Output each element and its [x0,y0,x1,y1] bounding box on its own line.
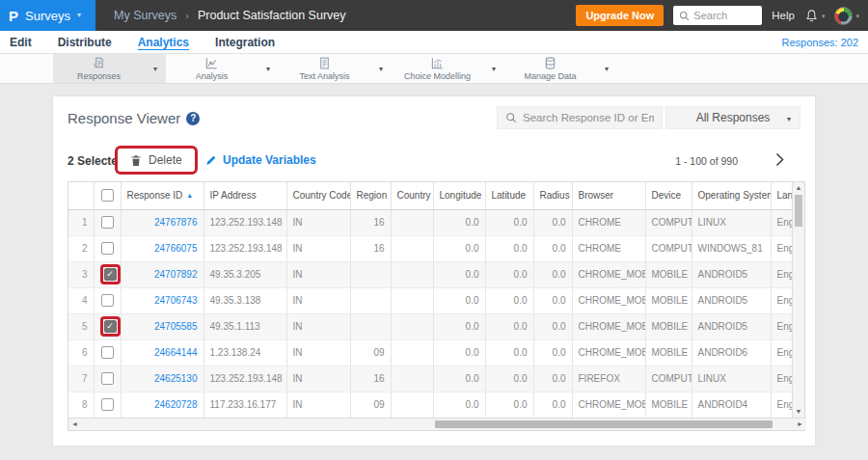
column-header-radius[interactable]: Radius [533,182,572,209]
notifications-menu[interactable]: ▾ [804,9,826,23]
cell-device: COMPUTER [645,209,692,235]
product-switcher[interactable]: P Surveys ▾ [0,0,95,31]
row-checkbox-checked[interactable]: ✓ [104,268,117,281]
row-checkbox[interactable] [101,216,114,229]
table-row: 5✓2470558549.35.1.113IN0.00.00.0CHROME_M… [68,313,794,339]
response-viewer-panel: Response Viewer ? All Responses ▾ 2 Sele… [53,96,815,446]
row-checkbox[interactable] [101,346,114,359]
cell-region [350,313,391,339]
help-icon[interactable]: ? [186,112,200,125]
next-page-button[interactable] [775,152,784,171]
tab-responses[interactable]: Responses▾ [53,54,166,83]
caret-down-icon[interactable]: ▾ [266,65,270,73]
cell-response_id[interactable]: 24620728 [121,392,203,418]
response-search-input[interactable] [523,112,654,123]
row-checkbox[interactable] [101,372,114,385]
column-header-checkbox [94,182,121,209]
scroll-left-icon[interactable]: ◄ [71,419,78,430]
cell-response_id[interactable]: 24766075 [121,235,203,261]
menu-distribute[interactable]: Distribute [58,35,112,49]
cell-ip_address: 49.35.3.138 [203,287,286,313]
row-checkbox[interactable] [101,294,114,307]
row-checkbox[interactable] [101,242,114,255]
cell-browser: CHROME_MOBILE [572,339,645,365]
cell-browser: CHROME [572,235,645,261]
table-row: 6246641441.23.138.24IN090.00.00.0CHROME_… [68,339,794,365]
scroll-down-icon[interactable]: ▼ [793,407,804,417]
cell-device: MOBILE [645,261,692,287]
row-number: 8 [68,392,94,418]
responses-count[interactable]: Responses: 202 [782,37,859,48]
cell-region: 09 [350,339,391,365]
menu-edit[interactable]: Edit [10,35,32,49]
cell-browser: CHROME_MOBILE [572,313,645,339]
horizontal-scrollbar[interactable]: ◄ ► [68,418,806,430]
vertical-scrollbar[interactable]: ▲ ▼ [792,182,804,418]
column-header-country[interactable]: Country [391,182,433,209]
cell-latitude: 0.0 [485,392,533,418]
sort-asc-icon[interactable]: ▲ [186,192,193,199]
tab-analysis[interactable]: Analysis▾ [166,54,279,83]
row-checkbox-checked[interactable]: ✓ [104,320,117,333]
cell-region: 16 [350,235,391,261]
response-search-box[interactable] [497,106,663,129]
caret-down-icon[interactable]: ▾ [153,65,157,73]
column-header-country_code[interactable]: Country Code [286,182,350,209]
column-header-region[interactable]: Region [350,182,391,209]
response-filter-dropdown[interactable]: All Responses ▾ [665,106,800,129]
cell-response_id[interactable]: 24707892 [121,261,203,287]
scroll-up-icon[interactable]: ▲ [793,183,804,193]
cell-language: Eng [771,365,794,392]
scroll-right-icon[interactable]: ► [797,419,803,430]
column-header-ip_address[interactable]: IP Address [203,182,286,209]
checkbox-wrap [101,346,114,359]
global-search-input[interactable] [693,10,753,21]
row-checkbox-cell [94,339,121,365]
cell-response_id[interactable]: 24705585 [121,313,203,339]
cell-response_id[interactable]: 24664144 [121,339,203,365]
column-header-operating_system[interactable]: Operating System [692,182,771,209]
breadcrumb-my-surveys[interactable]: My Surveys [114,9,176,22]
column-header-latitude[interactable]: Latitude [485,182,533,209]
cell-response_id[interactable]: 24706743 [121,287,203,313]
responses-icon [92,57,106,70]
caret-down-icon[interactable]: ▾ [605,65,609,73]
cell-country [391,339,433,365]
cell-response_id[interactable]: 24767876 [121,209,203,235]
column-header-browser[interactable]: Browser [572,182,645,209]
caret-down-icon: ▾ [787,115,791,123]
update-variables-button[interactable]: Update Variables [205,153,316,167]
cell-longitude: 0.0 [433,261,485,287]
menu-integration[interactable]: Integration [215,35,275,49]
tab-text-analysis[interactable]: Text Analysis▾ [279,54,392,83]
horizontal-scrollbar-thumb[interactable] [435,420,773,428]
cell-longitude: 0.0 [433,313,485,339]
help-link[interactable]: Help [772,10,795,21]
cell-response_id[interactable]: 24625130 [121,365,203,392]
menu-analytics[interactable]: Analytics [138,35,189,49]
avatar [834,7,853,25]
caret-down-icon[interactable]: ▾ [379,65,383,73]
delete-button[interactable]: Delete [130,153,182,167]
column-header-longitude[interactable]: Longitude [433,182,485,209]
cell-longitude: 0.0 [433,339,485,365]
caret-down-icon[interactable]: ▾ [492,65,496,73]
cell-latitude: 0.0 [485,365,533,392]
account-menu[interactable]: ▾ [834,7,859,25]
delete-button-label: Delete [149,153,182,167]
tab-choice-modelling[interactable]: Choice Modelling▾ [392,54,504,83]
upgrade-now-button[interactable]: Upgrade Now [576,5,664,26]
column-header-device[interactable]: Device [645,182,692,209]
row-number: 2 [68,235,94,261]
checkbox-wrap [101,242,114,255]
row-checkbox[interactable] [101,398,114,411]
tab-manage-data[interactable]: Manage Data▾ [504,54,617,83]
global-search-box[interactable] [673,6,762,25]
column-header-response_id[interactable]: Response ID▲ [121,182,203,209]
vertical-scrollbar-thumb[interactable] [795,195,802,227]
column-header-language[interactable]: Lan [771,182,794,209]
select-all-checkbox[interactable] [101,189,114,202]
breadcrumb-separator-icon: › [185,10,189,21]
update-variables-label: Update Variables [223,153,316,167]
analytics-toolbar: Responses▾Analysis▾Text Analysis▾Choice … [0,54,868,84]
